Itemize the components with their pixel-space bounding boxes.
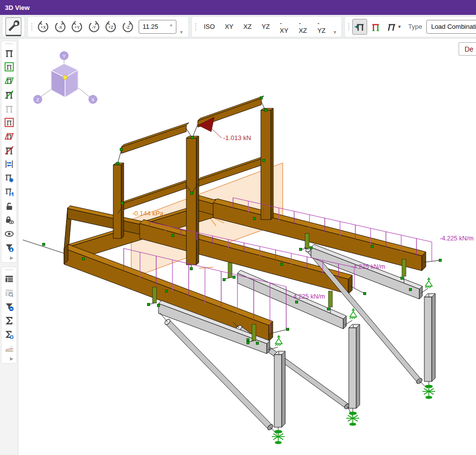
steel-column-1[interactable] (274, 351, 285, 427)
expand-icon[interactable]: ▶ (10, 355, 16, 362)
line-load-label-1: -4.225 kN/m (440, 235, 474, 242)
olive-post[interactable] (228, 263, 232, 278)
window-title: 3D View (5, 4, 30, 11)
view-xz-button[interactable]: XZ (239, 19, 256, 34)
svg-text:+Y: +Y (75, 25, 80, 29)
show-model-icon[interactable] (2, 46, 16, 60)
toolbar-group-views: ISO XY XZ YZ -XY -XZ -YZ ▼ (191, 16, 342, 37)
3d-viewport-area: Y X Z (18, 39, 476, 455)
olive-post[interactable] (252, 324, 256, 341)
unlock-icon[interactable] (2, 199, 16, 213)
filter-apply-icon[interactable] (2, 240, 16, 254)
panel-grip[interactable] (5, 268, 12, 272)
group-grip[interactable] (31, 23, 32, 30)
show-model-dim-icon[interactable] (2, 101, 16, 115)
table-search-icon[interactable] (2, 286, 16, 300)
lock-view-icon[interactable] (2, 213, 16, 227)
rotation-angle-input[interactable]: 11.25 ° (139, 20, 176, 34)
group-grip[interactable] (195, 23, 196, 30)
chevron-down-icon: ▼ (397, 24, 402, 29)
navigation-cube[interactable]: Y X Z (33, 51, 97, 104)
railing-rail-top-left[interactable] (121, 123, 189, 153)
railing-post-left[interactable] (113, 163, 124, 238)
roller-support-icon[interactable] (350, 309, 357, 319)
sum-icon[interactable] (2, 313, 16, 327)
view-minus-yz-button[interactable]: -YZ (313, 19, 331, 34)
colored-loads-button[interactable] (368, 19, 383, 35)
load-display-options-button[interactable]: ▼ (384, 19, 403, 35)
rotate-minus-z-button[interactable]: -Z (120, 19, 136, 35)
design-button-label: De (465, 45, 474, 53)
surface-load-label: -0.144 kPa (132, 210, 164, 217)
views-more-dropdown[interactable]: ▼ (331, 30, 338, 35)
olive-post[interactable] (402, 259, 406, 276)
steel-column-2[interactable] (349, 324, 360, 408)
svg-text:+Z: +Z (108, 25, 113, 29)
view-minus-xz-button[interactable]: -XZ (294, 19, 312, 34)
view-minus-xy-button[interactable]: -XY (275, 19, 293, 34)
railing-post-right[interactable] (261, 108, 273, 220)
3d-viewport[interactable]: Y X Z (18, 39, 476, 455)
svg-text:+X: +X (41, 25, 46, 29)
svg-text:Y: Y (63, 53, 66, 59)
rotate-plus-y-button[interactable]: +Y (69, 19, 85, 35)
roller-support-icon[interactable] (425, 278, 432, 289)
hide-by-polygon-icon[interactable] (2, 129, 16, 143)
show-all-icon[interactable] (2, 227, 16, 240)
view-settings-button[interactable] (5, 17, 21, 36)
window-titlebar: 3D View (0, 0, 476, 15)
svg-text:-Z: -Z (126, 25, 130, 29)
save-visibility-icon[interactable] (2, 185, 16, 199)
select-by-polygon-icon[interactable] (2, 74, 16, 87)
load-case-combobox[interactable]: Load Combination (426, 20, 476, 34)
pinned-support-icon[interactable] (272, 431, 285, 444)
tables-icon[interactable] (2, 272, 16, 286)
view-toolbar: +X -X +Y -Y +Z -Z 11.25 ° ▼ ISO XY XZ YZ… (0, 15, 476, 39)
expand-icon[interactable]: ▶ (10, 254, 16, 261)
rotate-minus-y-button[interactable]: -Y (86, 19, 102, 35)
toolbar-group-settings (2, 16, 25, 37)
steel-column-3[interactable] (424, 294, 435, 381)
result-diagram-icon[interactable] (2, 341, 16, 355)
view-iso-button[interactable]: ISO (199, 19, 219, 34)
select-by-line-icon[interactable] (2, 87, 16, 101)
rotate-minus-x-button[interactable]: -X (52, 19, 68, 35)
pinned-support-icon[interactable] (346, 412, 359, 426)
svg-text:-X: -X (58, 25, 63, 29)
cube-axis-x[interactable]: X (88, 95, 97, 104)
olive-post[interactable] (328, 291, 332, 307)
railing-post-middle[interactable] (186, 136, 199, 265)
svg-text:X: X (91, 97, 95, 102)
angle-value: 11.25 (143, 23, 159, 30)
pinned-support-icon[interactable] (422, 385, 435, 399)
group-grip[interactable] (348, 23, 349, 30)
toolbar-group-rotate: +X -X +Y -Y +Z -Z 11.25 ° ▼ (27, 16, 189, 37)
cube-axis-y[interactable]: Y (60, 51, 69, 60)
angle-unit: ° (170, 23, 172, 30)
olive-post[interactable] (153, 287, 157, 303)
roller-support-icon[interactable] (275, 336, 282, 346)
view-xy-button[interactable]: XY (220, 19, 238, 34)
sum-partial-icon[interactable] (2, 327, 16, 341)
view-yz-button[interactable]: YZ (257, 19, 274, 34)
rotate-plus-z-button[interactable]: +Z (103, 19, 119, 35)
design-button[interactable]: De (459, 42, 476, 56)
olive-post[interactable] (305, 233, 309, 248)
nodal-load-label: -1.013 kN (223, 134, 251, 142)
hide-by-window-icon[interactable] (2, 115, 16, 129)
line-load-label-3: -4.225 kN/m (291, 293, 325, 300)
select-by-window-icon[interactable] (2, 60, 16, 74)
visibility-settings-icon[interactable] (2, 171, 16, 185)
rotate-more-dropdown[interactable]: ▼ (177, 30, 185, 35)
panel-grip[interactable] (5, 42, 12, 46)
cube-axis-z[interactable]: Z (33, 95, 42, 104)
toolbar-group-load-display: ▼ Type Load Combination (344, 16, 476, 37)
filter-results-icon[interactable] (2, 300, 16, 313)
hide-by-line-icon[interactable] (2, 143, 16, 157)
wrench-icon (6, 19, 21, 34)
rotate-plus-x-button[interactable]: +X (35, 19, 51, 35)
invert-selection-icon[interactable] (2, 157, 16, 171)
show-loads-button[interactable] (352, 19, 367, 35)
cube-origin-node[interactable] (63, 76, 67, 79)
svg-text:-Y: -Y (92, 25, 96, 29)
